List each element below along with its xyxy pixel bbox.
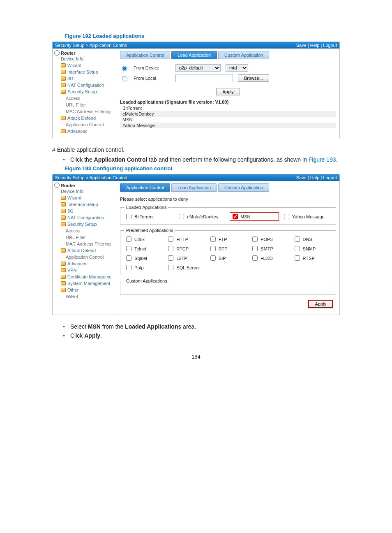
checkbox[interactable] [126, 246, 131, 251]
nav-item[interactable]: Other [54, 287, 114, 293]
nav-item[interactable]: NAT Configuration [54, 82, 114, 88]
checkbox[interactable] [126, 236, 131, 242]
chk-l2tp[interactable]: L2TP [166, 254, 205, 262]
chk-h323[interactable]: H.323 [251, 254, 289, 262]
nav-item[interactable]: Advanced [54, 260, 114, 267]
apply-button[interactable]: Apply [216, 88, 240, 95]
tab-application-control[interactable]: Application Control [120, 51, 170, 59]
chk-emule[interactable]: eMule/eDonkey [177, 212, 226, 221]
help-link[interactable]: Help [310, 175, 320, 180]
nav-item[interactable]: NAT Configuration [54, 214, 114, 221]
chk-pop3[interactable]: POP3 [251, 235, 289, 243]
nav-item[interactable]: System Management [54, 280, 114, 287]
tab-load-application[interactable]: Load Application [171, 51, 217, 59]
nav-sub-item[interactable]: Access [54, 227, 114, 234]
tab-load-application[interactable]: Load Application [171, 183, 217, 192]
nav-sub-item[interactable]: MAC Address Filtering [54, 108, 114, 115]
chk-yahoo[interactable]: Yahoo Message [282, 212, 332, 221]
nav-sub-item[interactable]: Application Control [54, 254, 114, 260]
checkbox[interactable] [168, 265, 173, 270]
ext-select[interactable]: mtd [226, 64, 248, 72]
signature-select[interactable]: p2p_default [175, 64, 221, 72]
logout-link[interactable]: Logout [323, 43, 337, 48]
tab-custom-application[interactable]: Custom Application [218, 51, 269, 59]
nav-label: Device Info [61, 189, 83, 194]
nav-item[interactable]: Interface Setup [54, 201, 114, 208]
checkbox[interactable] [210, 246, 216, 251]
checkbox[interactable] [210, 236, 216, 242]
chk-bittorrent[interactable]: BitTorrent [125, 212, 174, 221]
nav-item[interactable]: Device Info [54, 188, 114, 195]
chk-sqlserver[interactable]: SQL Server [166, 264, 205, 271]
nav-sub-item[interactable]: URL Filter [54, 102, 114, 108]
save-link[interactable]: Save [296, 175, 307, 180]
chk-smtp[interactable]: SMTP [251, 245, 289, 253]
nav-root[interactable]: Router [54, 50, 114, 56]
nav-item[interactable]: 3G [54, 208, 114, 214]
chk-msn-highlight[interactable]: MSN [230, 212, 279, 221]
chk-http[interactable]: HTTP [166, 235, 205, 243]
nav-item[interactable]: Wizard [54, 195, 114, 201]
from-local-radio[interactable] [122, 76, 127, 81]
breadcrumb-text: Security Setup > Application Control [55, 43, 127, 48]
chk-telnet[interactable]: Telnet [125, 245, 163, 253]
chk-pptp[interactable]: Pptp [125, 264, 163, 271]
checkbox[interactable] [210, 255, 216, 261]
checkbox[interactable] [179, 214, 184, 219]
checkbox[interactable] [295, 236, 300, 242]
nav-root[interactable]: Router [54, 183, 114, 188]
chk-rtp[interactable]: RTP [209, 245, 247, 253]
logout-link[interactable]: Logout [323, 175, 337, 180]
folder-icon [61, 129, 66, 133]
checkbox[interactable] [252, 255, 258, 261]
nav-sub-item[interactable]: WiNet [54, 293, 114, 300]
checkbox[interactable] [126, 265, 131, 270]
chk-citrix[interactable]: Citrix [125, 235, 163, 243]
chk-rtcp[interactable]: RTCP [166, 245, 205, 253]
apply-button-highlight[interactable]: Apply [308, 300, 333, 308]
save-link[interactable]: Save [296, 43, 307, 48]
nav-item[interactable]: Wizard [54, 62, 114, 69]
nav-item[interactable]: Attack Defend [54, 115, 114, 121]
local-path-input[interactable] [175, 74, 233, 82]
chk-snmp[interactable]: SNMP [293, 245, 332, 253]
nav-item[interactable]: Advanced [54, 128, 114, 134]
nav-sub-item[interactable]: URL Filter [54, 234, 114, 241]
checkbox[interactable] [252, 236, 258, 242]
nav-sub-item[interactable]: Access [54, 95, 114, 102]
checkbox[interactable] [126, 214, 131, 219]
custom-applications-group: Custom Applications [120, 278, 336, 295]
nav-item[interactable]: 3G [54, 75, 114, 82]
nav-sub-item[interactable]: MAC Address Filtering [54, 241, 114, 247]
checkbox[interactable] [284, 214, 289, 219]
nav-item[interactable]: VPN [54, 267, 114, 273]
browse-button[interactable]: Browse... [238, 74, 269, 82]
nav-item[interactable]: Security Setup [54, 88, 114, 95]
chk-dns[interactable]: DNS [293, 235, 332, 243]
checkbox[interactable] [252, 246, 258, 251]
chk-label: SMTP [261, 246, 273, 251]
chk-ftp[interactable]: FTP [209, 235, 247, 243]
tab-application-control[interactable]: Application Control [120, 183, 170, 192]
tab-custom-application[interactable]: Custom Application [218, 183, 269, 192]
nav-label: VPN [67, 268, 77, 273]
checkbox[interactable] [168, 246, 173, 251]
checkbox[interactable] [233, 214, 238, 219]
figure-193-link[interactable]: Figure 193 [309, 156, 336, 163]
chk-sqlnet[interactable]: Sqlnet [125, 254, 163, 262]
from-device-radio[interactable] [122, 66, 127, 71]
nav-item[interactable]: Security Setup [54, 221, 114, 227]
chk-sip[interactable]: SIP [209, 254, 247, 262]
nav-item[interactable]: Interface Setup [54, 69, 114, 75]
nav-sub-item[interactable]: Application Control [54, 121, 114, 128]
nav-item[interactable]: Device Info [54, 56, 114, 62]
chk-rtsp[interactable]: RTSP [293, 254, 332, 262]
checkbox[interactable] [168, 236, 173, 242]
checkbox[interactable] [295, 246, 300, 251]
nav-item[interactable]: Certificate Manageme [54, 273, 114, 280]
nav-item[interactable]: Attack Defend [54, 247, 114, 254]
checkbox[interactable] [168, 255, 173, 261]
checkbox[interactable] [126, 255, 131, 261]
help-link[interactable]: Help [310, 43, 320, 48]
checkbox[interactable] [295, 255, 300, 261]
